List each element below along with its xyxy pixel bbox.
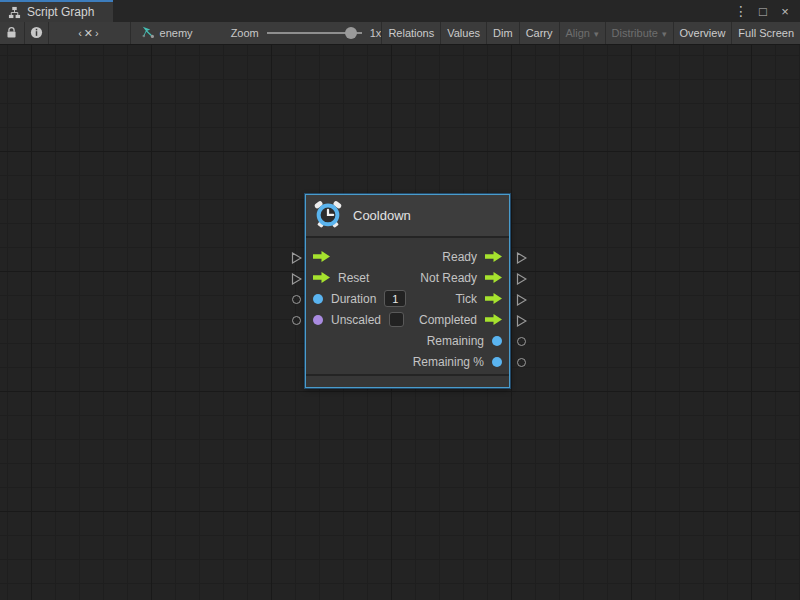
title-bar: Script Graph ⋮ □ × xyxy=(0,0,800,22)
zoom-value: 1x xyxy=(370,27,382,39)
external-ports-right xyxy=(514,247,528,373)
port-reset[interactable]: Reset xyxy=(313,271,369,285)
port-label: Tick xyxy=(455,292,477,306)
port-label: Reset xyxy=(338,271,369,285)
external-value-port[interactable] xyxy=(514,352,528,373)
port-tick[interactable]: Tick xyxy=(455,292,502,306)
script-graph-asset-icon xyxy=(141,25,155,41)
dim-button[interactable]: Dim xyxy=(486,22,519,44)
port-duration[interactable]: Duration xyxy=(313,290,406,307)
info-button[interactable] xyxy=(25,22,50,44)
carry-button[interactable]: Carry xyxy=(519,22,559,44)
graph-toolbar: ‹✕› enemy Zoom 1x Relations Values xyxy=(0,22,800,45)
flow-port-icon[interactable] xyxy=(313,272,330,283)
value-port-icon[interactable] xyxy=(313,294,323,304)
distribute-button: Distribute ▾ xyxy=(605,22,673,44)
window-menu-icon[interactable]: ⋮ xyxy=(732,2,750,20)
port-label: Remaining xyxy=(427,334,484,348)
port-ready[interactable]: Ready xyxy=(442,250,502,264)
overview-button[interactable]: Overview xyxy=(673,22,732,44)
zoom-slider-handle[interactable] xyxy=(345,27,357,39)
external-flow-port[interactable] xyxy=(514,268,528,289)
lock-icon xyxy=(6,26,17,41)
port-row: Remaining % xyxy=(306,351,509,372)
port-unscaled[interactable]: Unscaled xyxy=(313,312,404,327)
hierarchy-icon xyxy=(8,6,21,19)
zoom-label: Zoom xyxy=(231,27,259,39)
flow-port-icon[interactable] xyxy=(485,293,502,304)
tab-title: Script Graph xyxy=(27,5,94,19)
unscaled-checkbox[interactable] xyxy=(389,312,404,327)
tab-script-graph[interactable]: Script Graph xyxy=(0,0,113,22)
external-flow-port[interactable] xyxy=(514,247,528,268)
external-value-port[interactable] xyxy=(289,310,303,331)
external-value-port[interactable] xyxy=(289,289,303,310)
external-value-port[interactable] xyxy=(514,331,528,352)
breadcrumb[interactable]: enemy xyxy=(131,22,203,44)
node-body: Ready Reset Not Ready xyxy=(306,238,509,374)
cooldown-node[interactable]: Cooldown Ready xyxy=(305,194,510,388)
node-title: Cooldown xyxy=(353,208,411,223)
duration-value-field[interactable] xyxy=(384,290,406,307)
alarm-clock-icon xyxy=(313,199,343,232)
port-remaining-percent[interactable]: Remaining % xyxy=(413,355,502,369)
zoom-control: Zoom 1x xyxy=(231,22,382,44)
port-label: Remaining % xyxy=(413,355,484,369)
port-remaining[interactable]: Remaining xyxy=(427,334,502,348)
full-screen-button[interactable]: Full Screen xyxy=(731,22,800,44)
inspect-toggle-button[interactable]: ‹✕› xyxy=(49,22,130,44)
value-port-icon[interactable] xyxy=(313,315,323,325)
breadcrumb-label: enemy xyxy=(160,27,193,39)
node-header[interactable]: Cooldown xyxy=(306,195,509,238)
port-row: Ready xyxy=(306,246,509,267)
window-controls: ⋮ □ × xyxy=(732,0,800,22)
port-label: Ready xyxy=(442,250,477,264)
port-row: Remaining xyxy=(306,330,509,351)
relations-button[interactable]: Relations xyxy=(381,22,440,44)
port-label: Not Ready xyxy=(420,271,477,285)
port-row: Unscaled Completed xyxy=(306,309,509,330)
port-not-ready[interactable]: Not Ready xyxy=(420,271,502,285)
close-icon[interactable]: × xyxy=(776,2,794,20)
node-footer xyxy=(306,374,509,385)
port-label: Unscaled xyxy=(331,313,381,327)
lock-button[interactable] xyxy=(0,22,25,44)
value-port-icon[interactable] xyxy=(492,357,502,367)
chevron-down-icon: ▾ xyxy=(594,29,599,39)
port-row: Duration Tick xyxy=(306,288,509,309)
info-icon xyxy=(30,26,43,41)
port-label: Duration xyxy=(331,292,376,306)
maximize-icon[interactable]: □ xyxy=(754,2,772,20)
port-flow-input[interactable] xyxy=(313,251,338,262)
external-flow-port[interactable] xyxy=(514,310,528,331)
toolbar-buttons: Relations Values Dim Carry Align ▾ Distr… xyxy=(381,22,800,44)
flow-port-icon[interactable] xyxy=(485,251,502,262)
flow-port-icon[interactable] xyxy=(485,314,502,325)
external-ports-left xyxy=(289,247,303,331)
graph-canvas[interactable]: Cooldown Ready xyxy=(0,45,800,600)
zoom-slider[interactable] xyxy=(267,26,362,40)
align-button: Align ▾ xyxy=(559,22,605,44)
value-port-icon[interactable] xyxy=(492,336,502,346)
port-row: Reset Not Ready xyxy=(306,267,509,288)
angle-x-icon: ‹✕› xyxy=(78,27,101,40)
port-completed[interactable]: Completed xyxy=(419,313,502,327)
flow-port-icon[interactable] xyxy=(485,272,502,283)
port-label: Completed xyxy=(419,313,477,327)
values-button[interactable]: Values xyxy=(440,22,486,44)
chevron-down-icon: ▾ xyxy=(662,29,667,39)
external-flow-port[interactable] xyxy=(514,289,528,310)
flow-port-icon[interactable] xyxy=(313,251,330,262)
external-flow-port[interactable] xyxy=(289,268,303,289)
external-flow-port[interactable] xyxy=(289,247,303,268)
